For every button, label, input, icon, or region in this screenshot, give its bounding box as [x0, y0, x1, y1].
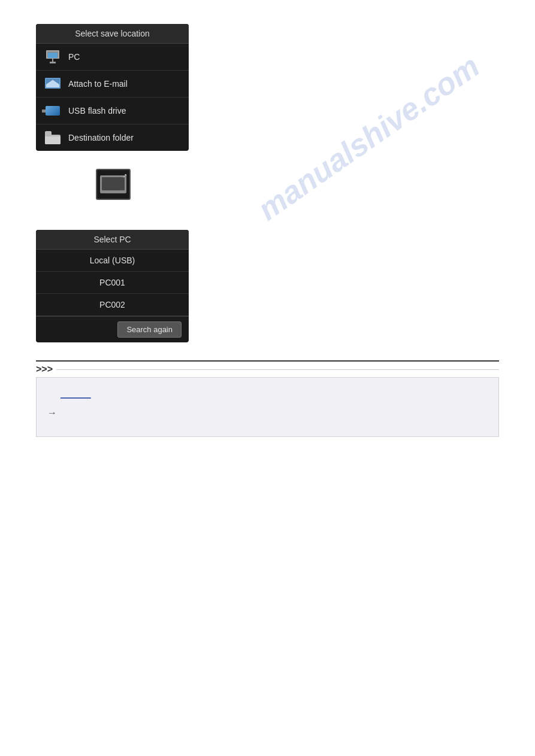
note-box: → _______	[36, 377, 499, 437]
pc-icon	[43, 48, 62, 65]
pc-arrow-overlay: ↗	[122, 172, 127, 179]
email-icon	[43, 75, 62, 92]
select-pc-title: Select PC	[36, 230, 189, 250]
page-content: manualshive.com Select save location PC	[0, 0, 535, 461]
menu-item-pc002[interactable]: PC002	[36, 294, 189, 316]
search-again-container: Search again	[36, 316, 189, 342]
note-arrow-icon: →	[47, 408, 57, 418]
note-header: >>>	[36, 362, 499, 377]
note-arrows-icon: >>>	[36, 364, 53, 375]
menu-item-pc001[interactable]: PC001	[36, 272, 189, 294]
menu-item-usb[interactable]: USB flash drive	[36, 98, 189, 125]
menu-item-email[interactable]: Attach to E-mail	[36, 71, 189, 98]
menu-item-email-label: Attach to E-mail	[68, 79, 128, 89]
select-save-location-title: Select save location	[36, 24, 189, 44]
menu-item-pc[interactable]: PC	[36, 44, 189, 71]
menu-item-folder-label: Destination folder	[68, 133, 134, 142]
folder-icon	[43, 129, 62, 146]
menu-item-usb-label: USB flash drive	[68, 106, 126, 116]
note-section: >>> → _______	[36, 360, 499, 437]
menu-item-local-usb[interactable]: Local (USB)	[36, 250, 189, 272]
standalone-pc-icon-container: ↗	[96, 169, 499, 200]
watermark: manualshive.com	[251, 48, 486, 227]
menu-item-folder[interactable]: Destination folder	[36, 125, 189, 151]
note-divider-line	[56, 369, 499, 370]
select-pc-panel: Select PC Local (USB) PC001 PC002 Search…	[36, 230, 189, 342]
select-save-location-panel: Select save location PC At	[36, 24, 189, 151]
menu-item-pc-label: PC	[68, 52, 80, 62]
search-again-button[interactable]: Search again	[117, 321, 182, 338]
usb-icon	[43, 102, 62, 119]
note-link[interactable]: _______	[61, 390, 91, 399]
standalone-pc-icon: ↗	[96, 169, 131, 200]
